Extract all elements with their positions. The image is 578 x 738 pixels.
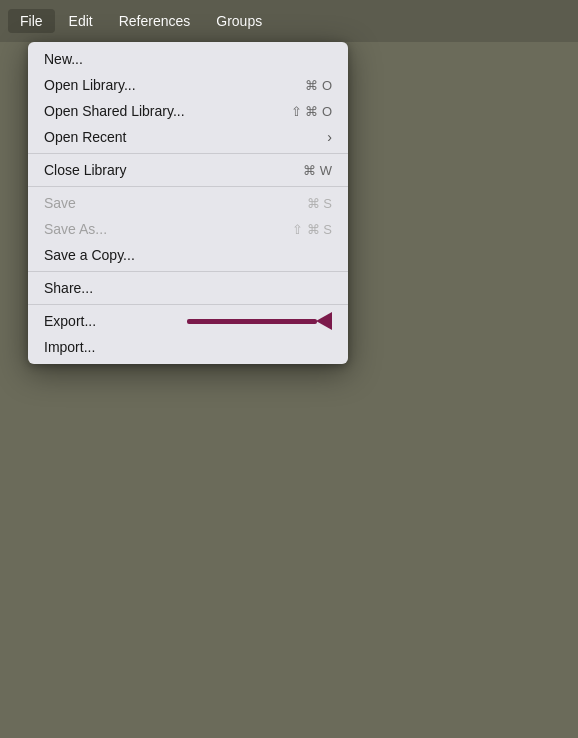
menu-item-open-library[interactable]: Open Library... ⌘ O [28, 72, 348, 98]
menu-item-export[interactable]: Export... [28, 308, 348, 334]
menu-item-import[interactable]: Import... [28, 334, 348, 360]
file-dropdown-menu: New... Open Library... ⌘ O Open Shared L… [28, 42, 348, 364]
menubar: File Edit References Groups [0, 0, 578, 42]
separator-4 [28, 304, 348, 305]
menu-item-open-shared-library[interactable]: Open Shared Library... ⇧ ⌘ O [28, 98, 348, 124]
menubar-item-edit[interactable]: Edit [57, 9, 105, 33]
menu-item-new[interactable]: New... [28, 46, 348, 72]
separator-3 [28, 271, 348, 272]
export-arrow-annotation [187, 312, 332, 330]
arrow-head-icon [316, 312, 332, 330]
separator-2 [28, 186, 348, 187]
menubar-item-references[interactable]: References [107, 9, 203, 33]
menu-item-save[interactable]: Save ⌘ S [28, 190, 348, 216]
separator-1 [28, 153, 348, 154]
menu-item-open-recent[interactable]: Open Recent › [28, 124, 348, 150]
menu-item-close-library[interactable]: Close Library ⌘ W [28, 157, 348, 183]
arrow-line [187, 319, 317, 324]
menubar-item-groups[interactable]: Groups [204, 9, 274, 33]
menu-item-save-as[interactable]: Save As... ⇧ ⌘ S [28, 216, 348, 242]
menubar-item-file[interactable]: File [8, 9, 55, 33]
menu-item-share[interactable]: Share... [28, 275, 348, 301]
submenu-arrow-icon: › [327, 129, 332, 145]
menu-item-save-a-copy[interactable]: Save a Copy... [28, 242, 348, 268]
